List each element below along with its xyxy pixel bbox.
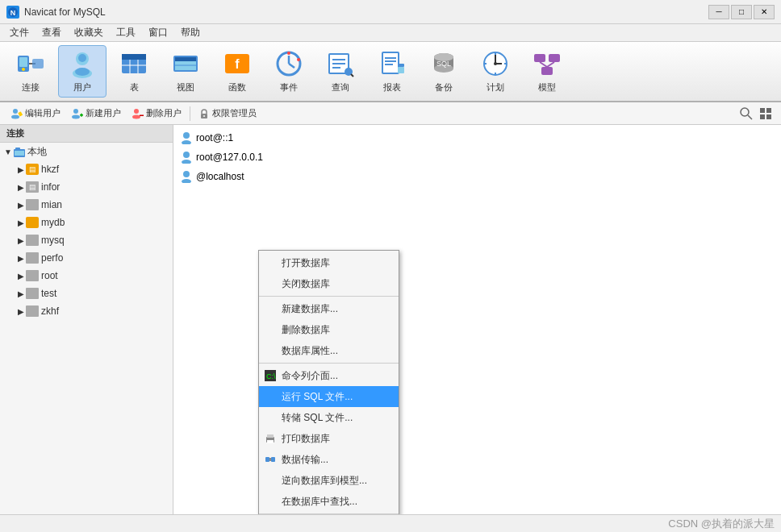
tree-db-mian[interactable]: ▶ mian <box>0 196 173 214</box>
svg-line-57 <box>540 62 547 67</box>
menu-help[interactable]: 帮助 <box>174 24 207 41</box>
app-title: Navicat for MySQL <box>24 6 106 18</box>
tree-db-mysq[interactable]: ▶ mysq <box>0 231 173 249</box>
view-icon <box>171 49 200 78</box>
action-separator <box>190 106 190 121</box>
svg-rect-65 <box>81 113 82 116</box>
search-button[interactable] <box>737 105 755 123</box>
function-icon: f <box>223 49 252 78</box>
ctx-reverse[interactable]: 逆向数据库到模型... <box>259 470 399 491</box>
print-icon <box>264 432 277 445</box>
ctx-open-db[interactable]: 打开数据库 <box>259 252 399 273</box>
tree-root[interactable]: ▼ 本地 <box>0 143 173 160</box>
context-menu: 打开数据库 关闭数据库 新建数据库... 删除数据库 数据库属性... C:\ <box>258 250 399 514</box>
ctx-reverse-label: 逆向数据库到模型... <box>282 474 367 488</box>
view-label: 视图 <box>177 81 194 94</box>
user-item-root1[interactable]: root@::1 <box>177 128 778 148</box>
svg-point-71 <box>741 108 749 116</box>
ctx-delete-db[interactable]: 删除数据库 <box>259 319 399 340</box>
ctx-print-db[interactable]: 打印数据库 <box>259 428 399 449</box>
close-button[interactable]: ✕ <box>754 5 775 19</box>
arrow-infor: ▶ <box>16 182 26 192</box>
svg-rect-35 <box>383 53 398 73</box>
left-panel: 连接 ▼ 本地 ▶ ▤ hkzf ▶ ▤ infor ▶ mian <box>0 125 173 514</box>
toolbar-query[interactable]: 查询 <box>316 45 365 98</box>
ctx-sep3 <box>259 513 399 514</box>
db-icon-root <box>26 270 39 281</box>
new-user-btn[interactable]: 新建用户 <box>67 105 126 123</box>
svg-point-49 <box>494 62 497 65</box>
cmd-icon: C:\ <box>264 369 277 382</box>
db-icon-mydb <box>26 217 39 228</box>
delete-user-btn[interactable]: 删除用户 <box>127 105 186 123</box>
tree-db-zkhf[interactable]: ▶ zkhf <box>0 302 173 320</box>
tree-db-infor[interactable]: ▶ ▤ infor <box>0 178 173 196</box>
permissions-btn[interactable]: 权限管理员 <box>194 105 261 123</box>
toolbar-event[interactable]: 事件 <box>265 45 313 98</box>
toolbar-schedule[interactable]: 计划 <box>471 45 520 98</box>
menu-file[interactable]: 文件 <box>3 24 36 41</box>
toolbar-table[interactable]: 表 <box>110 45 158 98</box>
db-label-infor: infor <box>41 181 60 193</box>
ctx-new-db[interactable]: 新建数据库... <box>259 298 399 319</box>
tree-root-label: 本地 <box>27 145 47 159</box>
ctx-data-transfer[interactable]: 数据传输... <box>259 449 399 470</box>
svg-text:N: N <box>10 9 16 17</box>
ctx-run-sql[interactable]: 运行 SQL 文件... <box>259 386 399 407</box>
user-item-localhost[interactable]: @localhost <box>177 167 778 186</box>
svg-rect-6 <box>32 59 44 69</box>
svg-rect-75 <box>760 114 765 119</box>
svg-point-25 <box>287 52 290 55</box>
toolbar-model[interactable]: 模型 <box>523 45 571 98</box>
tree-db-perfo[interactable]: ▶ perfo <box>0 249 173 267</box>
menu-view[interactable]: 查看 <box>36 24 68 41</box>
arrow-mian: ▶ <box>16 200 26 210</box>
search-icon <box>740 107 753 120</box>
svg-rect-56 <box>541 67 553 75</box>
menu-favorites[interactable]: 收藏夹 <box>68 24 110 41</box>
tree-db-root[interactable]: ▶ root <box>0 267 173 285</box>
svg-point-59 <box>13 109 18 114</box>
tree-db-hkzf[interactable]: ▶ ▤ hkzf <box>0 160 173 178</box>
table-label: 表 <box>130 81 139 94</box>
svg-rect-74 <box>766 108 771 113</box>
function-label: 函数 <box>228 81 246 94</box>
ctx-transfer-sql-label: 转储 SQL 文件... <box>282 411 353 425</box>
ctx-open-db-label: 打开数据库 <box>282 256 330 270</box>
toolbar-user[interactable]: 用户 <box>58 45 106 98</box>
toolbar-report[interactable]: 报表 <box>368 45 416 98</box>
edit-user-btn[interactable]: 编辑用户 <box>6 105 65 123</box>
menu-tools[interactable]: 工具 <box>110 24 142 41</box>
ctx-transfer-sql[interactable]: 转储 SQL 文件... <box>259 407 399 428</box>
svg-rect-3 <box>19 57 27 67</box>
toolbar-connect[interactable]: 连接 <box>6 45 55 98</box>
ctx-cmd[interactable]: C:\ 命令列介面... <box>259 365 399 386</box>
tree-db-test[interactable]: ▶ test <box>0 285 173 302</box>
toolbar-function[interactable]: f 函数 <box>213 45 261 98</box>
maximize-button[interactable]: □ <box>731 5 752 19</box>
arrow-mydb: ▶ <box>16 218 26 227</box>
user-item-root2[interactable]: root@127.0.0.1 <box>177 148 778 167</box>
ctx-sep1 <box>259 296 399 297</box>
toolbar-backup[interactable]: SQL 备份 <box>420 45 468 98</box>
ctx-close-db[interactable]: 关闭数据库 <box>259 273 399 294</box>
user-name-root2: root@127.0.0.1 <box>196 152 263 163</box>
grid-button[interactable] <box>757 105 775 123</box>
tree-db-mydb[interactable]: ▶ mydb <box>0 214 173 231</box>
svg-rect-91 <box>265 457 269 462</box>
ctx-print-db-label: 打印数据库 <box>282 432 330 446</box>
ctx-sep2 <box>259 363 399 364</box>
toolbar-view[interactable]: 视图 <box>161 45 210 98</box>
user-icon <box>68 49 97 78</box>
title-bar: N Navicat for MySQL ─ □ ✕ <box>0 0 781 24</box>
status-bar: CSDN @执着的派大星 <box>0 514 781 532</box>
model-label: 模型 <box>538 81 556 94</box>
svg-rect-76 <box>766 114 771 119</box>
ctx-search-in-db[interactable]: 在数据库中查找... <box>259 491 399 512</box>
ctx-db-props[interactable]: 数据库属性... <box>259 340 399 361</box>
permissions-label: 权限管理员 <box>212 107 257 119</box>
svg-point-66 <box>134 109 139 114</box>
menu-bar: 文件 查看 收藏夹 工具 窗口 帮助 <box>0 24 781 42</box>
minimize-button[interactable]: ─ <box>708 5 729 19</box>
menu-window[interactable]: 窗口 <box>142 24 174 41</box>
